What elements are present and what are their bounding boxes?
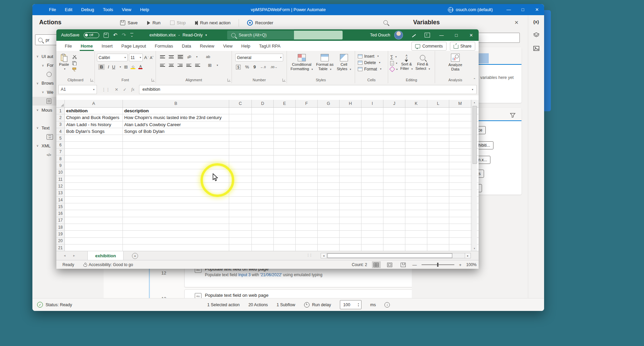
column-header-f[interactable]: F (296, 100, 318, 107)
cell-B2[interactable]: How Chopin's music lasted into the 23rd … (123, 114, 229, 121)
ribbon-tab-view[interactable]: View (219, 41, 237, 51)
action-card-populate-text-field[interactable]: Abc Populate text field on web page (184, 289, 427, 298)
cell-B16[interactable] (123, 210, 229, 217)
cell-E11[interactable] (274, 176, 296, 182)
cell-B14[interactable] (123, 197, 229, 203)
cell-M11[interactable] (449, 176, 471, 182)
cell-I4[interactable] (361, 128, 383, 135)
cell-A6[interactable] (65, 142, 123, 148)
orientation-icon[interactable]: ab (186, 54, 192, 59)
cell-B7[interactable] (123, 149, 229, 155)
cell-G13[interactable] (318, 190, 340, 196)
cell-C19[interactable] (229, 231, 252, 237)
cell-L7[interactable] (427, 149, 449, 155)
autosave-toggle[interactable]: Off (84, 32, 99, 38)
maximize-button[interactable]: □ (516, 4, 530, 15)
cell-I5[interactable] (361, 135, 383, 141)
cell-I21[interactable] (361, 244, 383, 251)
row-header-14[interactable]: 14 (56, 197, 65, 203)
format-painter-icon[interactable] (72, 67, 77, 72)
cell-F1[interactable] (296, 108, 318, 114)
close-button[interactable]: ✕ (530, 4, 544, 15)
cell-G17[interactable] (318, 217, 340, 224)
quick-access-customize-icon[interactable]: ⌄ (130, 33, 133, 37)
sheet-next-icon[interactable]: ▸ (73, 254, 75, 257)
cell-J6[interactable] (383, 142, 405, 148)
font-size-select[interactable]: 11 ▾ (129, 54, 143, 61)
row-header-9[interactable]: 9 (56, 162, 65, 169)
cell-H10[interactable] (340, 169, 361, 176)
collapse-ribbon-icon[interactable]: ⌃ (473, 78, 476, 81)
cell-C16[interactable] (229, 210, 252, 217)
cell-L14[interactable] (427, 197, 449, 203)
cell-L8[interactable] (427, 155, 449, 162)
info-icon[interactable]: i (384, 302, 390, 308)
cell-B18[interactable] (123, 224, 229, 230)
ribbon-tab-page-layout[interactable]: Page Layout (117, 41, 151, 51)
filter-icon[interactable] (510, 113, 515, 118)
ribbon-tab-file[interactable]: File (60, 41, 76, 51)
cell-L9[interactable] (427, 162, 449, 169)
cell-C3[interactable] (229, 121, 252, 128)
cell-I20[interactable] (361, 238, 383, 244)
cell-I17[interactable] (361, 217, 383, 224)
cell-D6[interactable] (252, 142, 274, 148)
redo-icon[interactable]: ↷ (122, 32, 126, 38)
confirm-entry-icon[interactable]: ✓ (123, 87, 126, 92)
cell-A7[interactable] (65, 149, 123, 155)
row-header-10[interactable]: 10 (56, 169, 65, 176)
cell-E18[interactable] (274, 224, 296, 230)
cell-L4[interactable] (427, 128, 449, 135)
number-dialog-launcher[interactable] (283, 79, 286, 82)
cell-H3[interactable] (340, 121, 361, 128)
cell-F20[interactable] (296, 238, 318, 244)
cell-J17[interactable] (383, 217, 405, 224)
increase-indent-icon[interactable] (195, 63, 200, 67)
cell-H17[interactable] (340, 217, 361, 224)
cell-A8[interactable] (65, 155, 123, 162)
cell-K19[interactable] (405, 231, 427, 237)
zoom-slider[interactable] (422, 264, 454, 265)
comments-button[interactable]: Comments (411, 42, 446, 51)
cell-M9[interactable] (449, 162, 471, 169)
cell-L15[interactable] (427, 203, 449, 210)
cell-J14[interactable] (383, 197, 405, 203)
cell-J19[interactable] (383, 231, 405, 237)
cell-K14[interactable] (405, 197, 427, 203)
menu-edit[interactable]: Edit (60, 4, 77, 15)
cell-H2[interactable] (340, 114, 361, 121)
cell-F10[interactable] (296, 169, 318, 176)
cell-C21[interactable] (229, 244, 252, 251)
cell-J4[interactable] (383, 128, 405, 135)
cell-M17[interactable] (449, 217, 471, 224)
cell-D8[interactable] (252, 155, 274, 162)
quick-save-icon[interactable] (104, 33, 109, 38)
cell-C5[interactable] (229, 135, 252, 141)
cell-E8[interactable] (274, 155, 296, 162)
row-header-5[interactable]: 5 (56, 135, 65, 141)
cell-G20[interactable] (318, 238, 340, 244)
cell-C1[interactable] (229, 108, 252, 114)
recorder-button[interactable]: Recorder (244, 18, 276, 28)
cell-A12[interactable] (65, 183, 123, 189)
font-dialog-launcher[interactable] (152, 79, 155, 82)
cell-M4[interactable] (449, 128, 471, 135)
add-sheet-icon[interactable]: + (132, 253, 138, 259)
formula-input[interactable]: exhibition ▾ (139, 85, 477, 94)
cell-G1[interactable] (318, 108, 340, 114)
cell-J5[interactable] (383, 135, 405, 141)
alignment-dialog-launcher[interactable] (227, 79, 231, 82)
cell-A3[interactable]: Alan Ladd - his history (65, 121, 123, 128)
cancel-entry-icon[interactable]: ✕ (115, 87, 118, 92)
run-delay-input[interactable]: 100 ▴▾ (340, 300, 361, 309)
cell-J18[interactable] (383, 224, 405, 230)
run-delay-stepper[interactable]: ▴▾ (356, 302, 361, 307)
cell-E7[interactable] (274, 149, 296, 155)
cell-E10[interactable] (274, 169, 296, 176)
scrollbar-grip[interactable]: ⋮⋮ (306, 253, 312, 257)
row-header-4[interactable]: 4 (56, 128, 65, 135)
vertical-scroll-thumb[interactable] (473, 106, 477, 164)
cell-E20[interactable] (274, 238, 296, 244)
insert-cells-button[interactable]: Insert▾ (358, 53, 388, 59)
zoom-out-icon[interactable]: — (412, 262, 417, 267)
